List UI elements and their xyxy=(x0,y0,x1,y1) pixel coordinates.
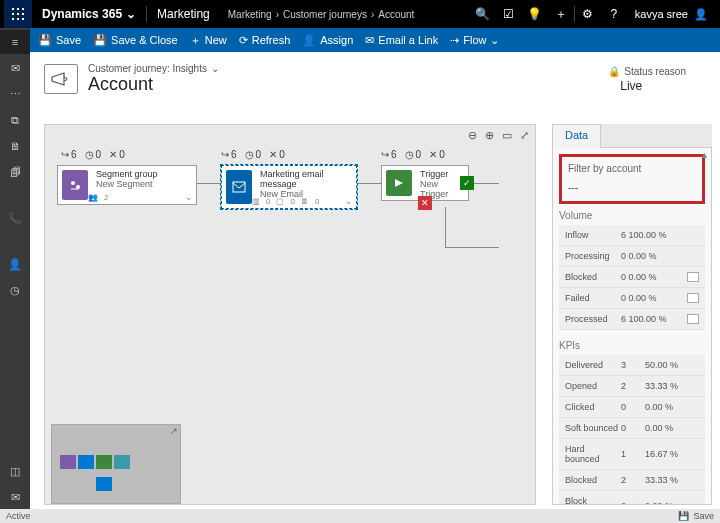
zoom-in-icon[interactable]: ⊕ xyxy=(485,129,494,142)
clock-icon: ◷ xyxy=(85,149,94,160)
mini-chart-icon[interactable] xyxy=(687,314,699,324)
svg-point-10 xyxy=(76,185,80,189)
add-icon[interactable]: ＋ xyxy=(548,0,574,28)
refresh-button[interactable]: ⟳Refresh xyxy=(239,34,291,47)
clock-icon: ◷ xyxy=(245,149,254,160)
breadcrumb-item[interactable]: Customer journeys xyxy=(283,9,367,20)
filter-value: --- xyxy=(568,182,696,193)
clock-icon: ◷ xyxy=(405,149,414,160)
help-icon[interactable]: ? xyxy=(601,0,627,28)
journey-canvas[interactable]: ⊖ ⊕ ▭ ⤢ ↪6 ◷0 ✕0 ↪6 ◷0 ✕0 ↪6 ◷0 ✕0 xyxy=(44,124,536,505)
hamburger-icon[interactable]: ≡ xyxy=(0,30,30,54)
form-selector[interactable]: Customer journey: Insights ⌄ xyxy=(88,63,219,74)
command-bar: 💾Save 💾Save & Close ＋New ⟳Refresh 👤Assig… xyxy=(30,28,720,52)
stat-row: Processed6 100.00 % xyxy=(559,309,705,330)
nav-item[interactable]: ✉ xyxy=(0,485,30,509)
nav-item[interactable]: 📞 xyxy=(0,206,30,230)
chevron-down-icon[interactable]: ⌄ xyxy=(342,166,356,208)
svg-rect-5 xyxy=(22,13,24,15)
tab-data[interactable]: Data xyxy=(552,124,601,148)
app-launcher-button[interactable] xyxy=(4,0,32,28)
footer-save-button[interactable]: 💾 Save xyxy=(678,511,714,521)
user-avatar-icon: 👤 xyxy=(694,8,708,21)
people-icon: 👥 xyxy=(88,193,98,202)
scroll-up-icon[interactable]: ▲ xyxy=(700,150,709,160)
record-header: Customer journey: Insights ⌄ Account 🔒St… xyxy=(30,52,720,106)
stat-row: Blocked0 0.00 % xyxy=(559,267,705,288)
page-title: Account xyxy=(88,74,219,95)
x-icon: ✕ xyxy=(109,149,117,160)
nav-item[interactable]: 👤 xyxy=(0,252,30,276)
x-icon: ✕ xyxy=(418,196,432,210)
user-menu[interactable]: kavya sree 👤 xyxy=(627,8,716,21)
tile-segment-group[interactable]: Segment group New Segment ⌄ 👥2 xyxy=(57,165,197,205)
breadcrumb-item[interactable]: Account xyxy=(378,9,414,20)
nav-item[interactable]: ◫ xyxy=(0,459,30,483)
mini-chart-icon[interactable] xyxy=(687,272,699,282)
save-button[interactable]: 💾Save xyxy=(38,34,81,47)
mini-chart-icon[interactable] xyxy=(687,293,699,303)
brand-label: Dynamics 365 xyxy=(42,7,122,21)
svg-rect-1 xyxy=(17,8,19,10)
save-icon: 💾 xyxy=(678,511,689,521)
task-icon[interactable]: ☑ xyxy=(496,0,522,28)
zoom-out-icon[interactable]: ⊖ xyxy=(468,129,477,142)
megaphone-icon xyxy=(44,64,78,94)
tile-trigger[interactable]: Trigger New Trigger ✓ ✕ xyxy=(381,165,469,201)
save-close-button[interactable]: 💾Save & Close xyxy=(93,34,178,47)
stat-row: Clicked00.00 % xyxy=(559,397,705,418)
minimap[interactable]: ↗ xyxy=(51,424,181,504)
settings-icon[interactable]: ⚙ xyxy=(575,0,601,28)
status-block: 🔒Status reason Live xyxy=(608,66,706,93)
svg-rect-2 xyxy=(22,8,24,10)
stat-row: Failed0 0.00 % xyxy=(559,288,705,309)
tile-subtitle: New Segment xyxy=(96,179,178,189)
kpi-title: KPIs xyxy=(559,340,705,351)
nav-item[interactable]: ✉ xyxy=(0,56,30,80)
minimap-close-icon[interactable]: ↗ xyxy=(170,426,178,436)
save-close-icon: 💾 xyxy=(93,34,107,47)
nav-item[interactable]: 🗐 xyxy=(0,160,30,184)
minimap-tile xyxy=(78,455,94,469)
brand-switcher[interactable]: Dynamics 365 ⌄ xyxy=(32,7,146,21)
lightbulb-icon[interactable]: 💡 xyxy=(522,0,548,28)
user-name: kavya sree xyxy=(635,8,688,20)
assign-button[interactable]: 👤Assign xyxy=(302,34,353,47)
search-icon[interactable]: 🔍 xyxy=(470,0,496,28)
kpi-list: Delivered350.00 % Opened233.33 % Clicked… xyxy=(559,355,705,505)
stat-row: Delivered350.00 % xyxy=(559,355,705,376)
x-icon: ✕ xyxy=(269,149,277,160)
minimap-tile xyxy=(96,455,112,469)
chevron-down-icon[interactable]: ⌄ xyxy=(182,166,196,204)
nav-item[interactable]: ◷ xyxy=(0,278,30,302)
lock-icon: 🔒 xyxy=(608,66,620,77)
tile-title: Segment group xyxy=(96,169,178,179)
volume-list: Inflow6 100.00 % Processing0 0.00 % Bloc… xyxy=(559,225,705,330)
chevron-right-icon: › xyxy=(371,9,374,20)
breadcrumb: Marketing › Customer journeys › Account xyxy=(220,9,423,20)
flow-icon: ⇢ xyxy=(450,34,459,47)
data-panel: Data ▲ Filter by account --- Volume Infl… xyxy=(552,124,712,505)
arrow-icon: ↪ xyxy=(61,149,69,160)
module-link[interactable]: Marketing xyxy=(147,7,220,21)
tile-email-message[interactable]: Marketing email message New Email ⌄ ▥0 ▢… xyxy=(221,165,357,209)
new-button[interactable]: ＋New xyxy=(190,33,227,48)
minimap-tile xyxy=(96,477,112,491)
expand-icon[interactable]: ⤢ xyxy=(520,129,529,142)
svg-rect-7 xyxy=(17,18,19,20)
nav-item[interactable]: ⋯ xyxy=(0,82,30,106)
stat-row: Block bounced00.00 % xyxy=(559,491,705,505)
svg-rect-0 xyxy=(12,8,14,10)
fit-icon[interactable]: ▭ xyxy=(502,129,512,142)
nav-item[interactable]: ⧉ xyxy=(0,108,30,132)
x-icon: ✕ xyxy=(429,149,437,160)
tile-title: Trigger xyxy=(420,169,464,179)
flow-button[interactable]: ⇢Flow⌄ xyxy=(450,34,499,47)
nav-item[interactable]: 🗎 xyxy=(0,134,30,158)
breadcrumb-item[interactable]: Marketing xyxy=(228,9,272,20)
email-link-button[interactable]: ✉Email a Link xyxy=(365,34,438,47)
filter-by-account[interactable]: Filter by account --- xyxy=(559,154,705,204)
stat-row: Inflow6 100.00 % xyxy=(559,225,705,246)
refresh-icon: ⟳ xyxy=(239,34,248,47)
chevron-right-icon: › xyxy=(276,9,279,20)
